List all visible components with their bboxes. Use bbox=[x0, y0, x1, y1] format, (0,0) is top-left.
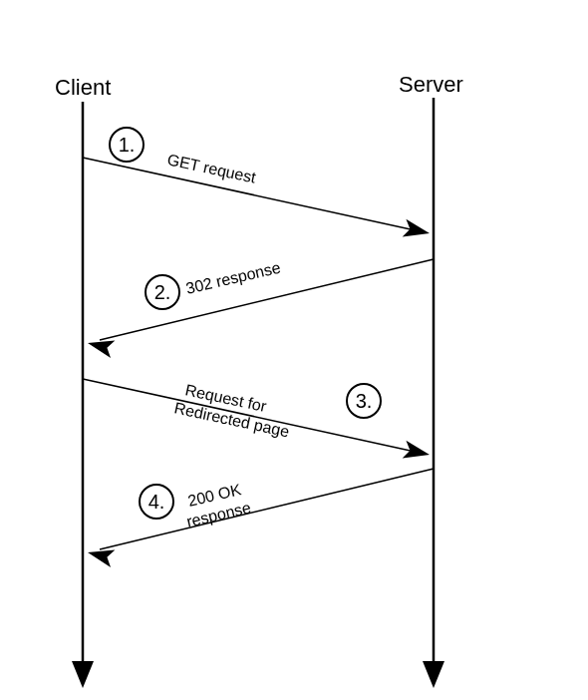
svg-marker-5 bbox=[403, 219, 432, 242]
server-lifeline bbox=[423, 98, 444, 688]
msg-redirect-request: Request for Redirected page bbox=[172, 380, 295, 441]
step-1-number: 1. bbox=[119, 134, 136, 156]
svg-marker-3 bbox=[423, 661, 444, 688]
step-3-number: 3. bbox=[356, 390, 373, 412]
client-lifeline bbox=[72, 102, 94, 688]
svg-marker-1 bbox=[72, 661, 94, 688]
server-label: Server bbox=[399, 72, 463, 97]
step-1-circle: 1. bbox=[110, 128, 144, 162]
step-4-number: 4. bbox=[148, 491, 165, 513]
client-label: Client bbox=[55, 75, 111, 100]
step-2-number: 2. bbox=[154, 281, 171, 303]
step-2-circle: 2. bbox=[146, 275, 179, 309]
sequence-diagram: Client Server 1. GET request 2. 302 resp… bbox=[0, 0, 588, 700]
svg-marker-11 bbox=[403, 441, 432, 464]
msg-200-ok: 200 OK response bbox=[180, 480, 253, 530]
msg-302-response: 302 response bbox=[184, 259, 282, 297]
step-3-circle: 3. bbox=[347, 384, 381, 418]
msg-get-request: GET request bbox=[165, 151, 258, 186]
arrow-200-ok bbox=[86, 469, 434, 567]
step-4-circle: 4. bbox=[140, 485, 173, 519]
